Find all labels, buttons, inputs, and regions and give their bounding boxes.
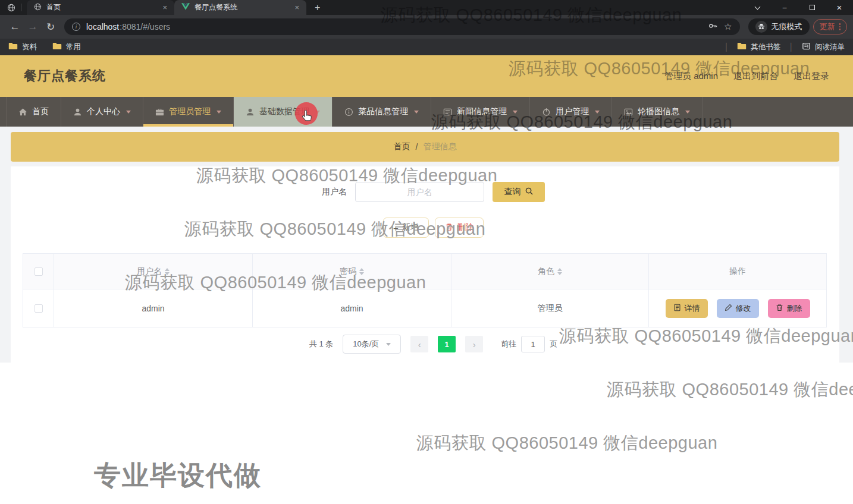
bookmark-folder[interactable]: 常用 (52, 42, 81, 52)
nav-item-admin-management[interactable]: 管理员管理 (143, 97, 234, 127)
nav-item-carousel-management[interactable]: 轮播图信息 (612, 97, 703, 127)
pencil-icon (725, 304, 732, 313)
select-all-checkbox[interactable] (35, 267, 43, 276)
sort-icon[interactable] (359, 268, 364, 275)
bookmark-folder[interactable]: 资料 (8, 42, 37, 52)
vue-logo-icon (181, 3, 190, 12)
sort-icon[interactable] (165, 268, 170, 275)
goto-label: 前往 (501, 339, 516, 349)
page-number-current[interactable]: 1 (438, 336, 456, 352)
sort-icon[interactable] (557, 268, 562, 275)
browser-tab-app[interactable]: 餐厅点餐系统 × (174, 0, 306, 15)
back-icon[interactable]: ← (6, 21, 24, 33)
row-checkbox[interactable] (35, 304, 43, 313)
image-icon (624, 108, 633, 116)
url-path: :8081/#/users (120, 22, 170, 32)
folder-icon (52, 42, 62, 52)
nav-item-home[interactable]: 首页 (6, 97, 61, 127)
batch-delete-button[interactable]: 删除 (435, 218, 484, 238)
briefcase-icon (155, 108, 164, 116)
nav-item-dish-management[interactable]: 菜品信息管理 (333, 97, 431, 127)
column-header-role[interactable]: 角色 (451, 254, 649, 289)
search-form: 用户名 查询 (19, 166, 848, 202)
globe-icon (34, 3, 42, 12)
password-key-icon[interactable] (708, 21, 718, 33)
table-header-row: 用户名 密码 角色 操作 (23, 254, 826, 289)
total-count: 共 1 条 (309, 339, 333, 349)
close-tab-icon[interactable]: × (162, 3, 167, 12)
pagination: 共 1 条 10条/页 ‹ 1 › 前往 页 (19, 335, 848, 354)
other-bookmarks-button[interactable]: 其他书签 (737, 42, 780, 52)
exit-to-front-link[interactable]: 退出到前台 (733, 71, 778, 82)
person-icon (246, 108, 255, 116)
tab-title: 首页 (46, 2, 158, 12)
chevron-down-icon (217, 111, 221, 114)
incognito-label: 无痕模式 (772, 21, 802, 32)
nav-item-profile[interactable]: 个人中心 (61, 97, 143, 127)
cell-actions: 详情 修改 删除 (649, 289, 826, 327)
browser-window: 首页 × 餐厅点餐系统 × + – × ← → ↻ i localhost :8… (0, 0, 853, 504)
document-icon (673, 304, 681, 313)
detail-button[interactable]: 详情 (666, 299, 708, 318)
nav-item-base-data-management[interactable]: 基础数据管理 (234, 97, 333, 127)
goto-page-input[interactable] (521, 336, 545, 352)
chevron-down-icon (595, 111, 600, 114)
search-field-label: 用户名 (322, 187, 347, 197)
globe-icon (7, 4, 15, 12)
prev-page-button[interactable]: ‹ (410, 336, 428, 352)
browser-tab-home[interactable]: 首页 × (27, 0, 174, 15)
reading-list-button[interactable]: 阅读清单 (802, 42, 845, 52)
column-header-actions: 操作 (649, 254, 826, 289)
minimize-button[interactable]: – (771, 0, 798, 15)
page-size-select[interactable]: 10条/页 (343, 335, 401, 354)
breadcrumb: 首页 / 管理信息 (11, 132, 839, 162)
breadcrumb-separator: / (416, 142, 418, 152)
news-icon (443, 108, 452, 116)
close-tab-icon[interactable]: × (294, 3, 299, 12)
folder-icon (8, 42, 18, 52)
forward-icon[interactable]: → (24, 21, 42, 33)
browser-tab-strip: 首页 × 餐厅点餐系统 × + – × (0, 0, 853, 15)
watermark-big-text: 专业毕设代做 (94, 458, 262, 493)
reload-icon[interactable]: ↻ (42, 21, 59, 33)
bookmark-star-icon[interactable]: ☆ (724, 21, 732, 32)
browser-toolbar: ← → ↻ i localhost :8081/#/users ☆ 无痕模式 更… (0, 15, 853, 39)
edit-button[interactable]: 修改 (717, 299, 759, 318)
chevron-down-icon (414, 111, 419, 114)
search-input[interactable] (355, 182, 484, 202)
nav-item-user-management[interactable]: 用户管理 (530, 97, 612, 127)
tab-title: 餐厅点餐系统 (195, 2, 290, 12)
maximize-button[interactable] (798, 0, 826, 15)
breadcrumb-current: 管理信息 (423, 141, 456, 152)
window-menu-chevron[interactable] (744, 0, 771, 15)
close-window-button[interactable]: × (826, 0, 853, 15)
nav-item-news-management[interactable]: 新闻信息管理 (431, 97, 530, 127)
address-bar[interactable]: i localhost :8081/#/users ☆ (64, 18, 740, 35)
row-select-cell (23, 289, 54, 327)
breadcrumb-home[interactable]: 首页 (394, 141, 410, 152)
info-circle-icon (344, 108, 353, 116)
new-tab-button[interactable]: + (315, 2, 320, 13)
column-header-username[interactable]: 用户名 (54, 254, 253, 289)
column-header-password[interactable]: 密码 (253, 254, 451, 289)
site-info-icon[interactable]: i (72, 23, 80, 31)
chevron-down-icon (315, 111, 320, 114)
separator: │ (724, 43, 729, 51)
query-button[interactable]: 查询 (493, 182, 545, 202)
current-user-label: 管理员 admin (664, 71, 718, 82)
logout-link[interactable]: 退出登录 (794, 71, 829, 82)
goto-unit: 页 (550, 339, 557, 349)
menu-dots-icon[interactable] (839, 23, 841, 30)
next-page-button[interactable]: › (465, 336, 483, 352)
users-table: 用户名 密码 角色 操作 (23, 253, 827, 327)
tab-divider (21, 4, 21, 11)
reading-list-label: 阅读清单 (815, 42, 845, 52)
bookmarks-bar: 资料 常用 │ 其他书签 │ 阅读清单 (0, 39, 853, 55)
user-icon (73, 108, 82, 116)
main-nav: 首页 个人中心 管理员管理 基础数据管理 菜品信息管理 新闻信息管理 (0, 97, 853, 127)
update-browser-button[interactable]: 更新 (813, 19, 848, 34)
trash-icon (776, 304, 783, 313)
delete-button[interactable]: 删除 (768, 299, 810, 318)
add-button[interactable]: + 新增 (383, 218, 429, 238)
select-all-cell (23, 254, 54, 289)
